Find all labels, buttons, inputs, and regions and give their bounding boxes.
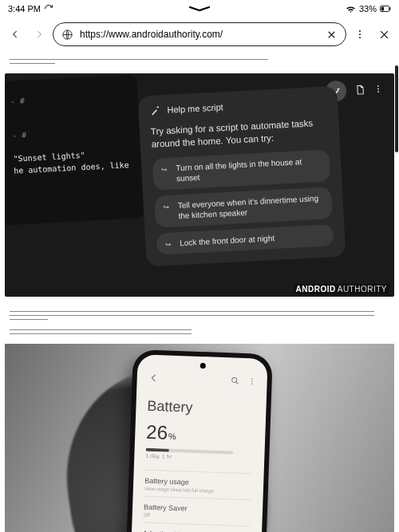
article-text-placeholder xyxy=(0,51,399,70)
url-input[interactable] xyxy=(80,29,318,40)
globe-icon xyxy=(61,29,73,41)
settings-row[interactable]: Battery SaverOff xyxy=(143,496,251,526)
suggestion-text: Tell everyone when it's dinnertime using… xyxy=(177,193,324,222)
punch-hole-icon xyxy=(200,363,205,368)
status-time: 3:44 PM xyxy=(8,4,41,14)
svg-point-10 xyxy=(232,377,237,382)
svg-point-6 xyxy=(359,37,361,38)
svg-point-8 xyxy=(377,88,379,89)
device-status-bar: 3:44 PM 33% xyxy=(0,0,399,18)
close-tab-button[interactable] xyxy=(373,24,394,45)
row-title: Adaptive Charging xyxy=(143,530,251,532)
return-arrow-icon xyxy=(164,239,174,249)
suggestion-chip[interactable]: Tell everyone when it's dinnertime using… xyxy=(154,187,333,228)
code-editor-preview: - # - # "Sunset lights" he automation do… xyxy=(5,74,144,225)
phone-screen: Battery 26% 1 day, 1 hr Battery usageVie… xyxy=(128,354,267,532)
phone-back-icon xyxy=(148,372,160,384)
svg-point-4 xyxy=(359,30,361,32)
svg-point-7 xyxy=(377,85,379,87)
suggestion-text: Lock the front door at night xyxy=(180,233,275,248)
help-me-script-card: Help me script Try asking for a script t… xyxy=(138,86,346,267)
drawer-handle-icon[interactable] xyxy=(187,5,212,13)
sync-icon xyxy=(44,4,53,14)
more-menu-button[interactable] xyxy=(350,24,370,45)
suggestion-text: Turn on all the lights in the house at s… xyxy=(176,156,322,184)
phone-frame: Battery 26% 1 day, 1 hr Battery usageVie… xyxy=(124,349,273,532)
article-image-help-me-script: - # - # "Sunset lights" he automation do… xyxy=(5,73,394,297)
phone-more-icon xyxy=(247,376,255,386)
page-viewport: - # - # "Sunset lights" he automation do… xyxy=(0,51,399,532)
svg-point-12 xyxy=(251,380,253,382)
article-image-battery: Battery 26% 1 day, 1 hr Battery usageVie… xyxy=(5,344,394,532)
settings-row[interactable]: Battery usageView usage since last full … xyxy=(144,470,253,500)
back-button[interactable] xyxy=(5,24,26,45)
forward-button[interactable] xyxy=(29,24,49,45)
clear-url-button[interactable] xyxy=(325,28,338,41)
suggestion-chip[interactable]: Turn on all the lights in the house at s… xyxy=(152,149,331,191)
svg-point-11 xyxy=(251,379,253,380)
card-more-icon xyxy=(373,83,384,95)
svg-rect-1 xyxy=(381,7,384,11)
return-arrow-icon xyxy=(163,202,172,211)
battery-icon xyxy=(380,5,391,13)
battery-percent: 26% xyxy=(146,421,255,447)
svg-point-9 xyxy=(377,91,379,93)
status-battery-pct: 33% xyxy=(359,4,377,14)
scrollbar[interactable] xyxy=(395,51,398,532)
image-watermark: ANDROIDAUTHORITY xyxy=(294,285,389,294)
card-prompt: Try asking for a script to automate task… xyxy=(151,116,329,151)
card-title: Help me script xyxy=(167,102,223,115)
svg-rect-2 xyxy=(389,7,390,10)
return-arrow-icon xyxy=(160,164,170,174)
article-text-placeholder xyxy=(0,303,399,341)
scrollbar-thumb[interactable] xyxy=(395,65,398,152)
document-icon xyxy=(354,83,366,97)
battery-title: Battery xyxy=(147,398,255,419)
phone-search-icon xyxy=(230,376,239,385)
suggestion-chip[interactable]: Lock the front door at night xyxy=(156,224,334,255)
url-bar[interactable] xyxy=(53,22,346,46)
pen-spark-icon xyxy=(149,104,161,116)
battery-subline: 1 day, 1 hr xyxy=(145,453,253,463)
svg-point-5 xyxy=(359,33,361,35)
browser-toolbar xyxy=(0,18,399,51)
wifi-icon xyxy=(346,5,356,14)
svg-point-13 xyxy=(251,383,253,384)
